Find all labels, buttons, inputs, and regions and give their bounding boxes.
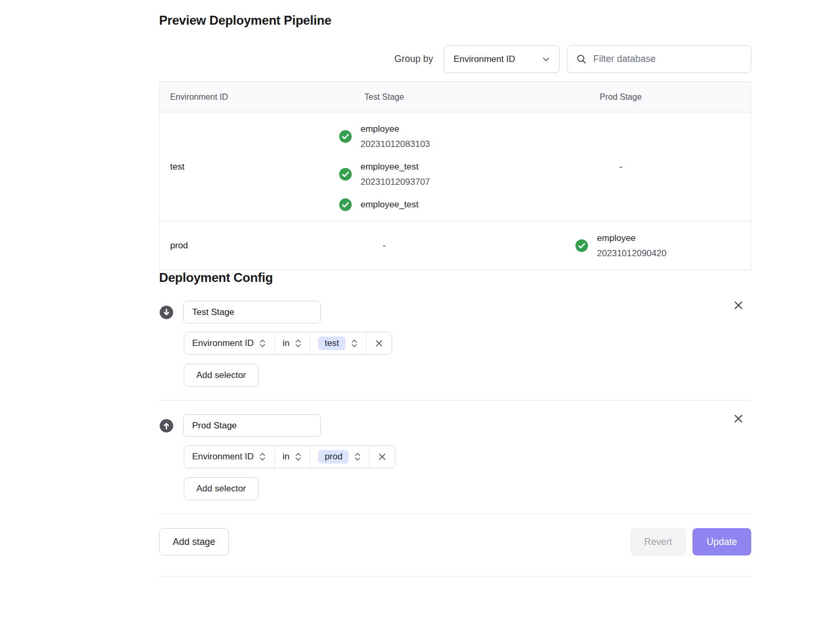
chevrons-up-down-icon (259, 339, 266, 348)
filter-database-field (567, 45, 751, 73)
table-row-test: test employee 20231012083103 employee_te… (160, 112, 751, 222)
task-texts: employee 20231012090420 (597, 230, 666, 261)
bottom-divider (159, 576, 751, 576)
task-database: employee (597, 230, 666, 246)
arrow-up-circle-icon (159, 418, 174, 433)
task-list: employee 20231012090420 (575, 222, 666, 270)
stage-name-input[interactable] (183, 414, 321, 437)
stage-config-test: Environment ID in test Add selector (159, 301, 751, 387)
task-item[interactable]: employee 20231012083103 (339, 121, 430, 152)
pipeline-toolbar: Group by Environment ID (159, 45, 751, 73)
task-version: 20231012090420 (597, 246, 666, 261)
x-icon (733, 300, 744, 311)
task-database: employee_test (361, 159, 430, 174)
group-by-select[interactable]: Environment ID (444, 45, 560, 73)
test-stage-cell: employee 20231012083103 employee_test 20… (278, 112, 490, 221)
search-icon (576, 54, 587, 65)
group-by-label: Group by (394, 54, 433, 65)
x-icon (733, 413, 744, 424)
footer-actions: Add stage Revert Update (159, 528, 751, 555)
task-database: employee (361, 121, 430, 136)
remove-stage-button[interactable] (731, 298, 746, 313)
chevrons-up-down-icon (295, 452, 302, 461)
pipeline-table: Environment ID Test Stage Prod Stage tes… (159, 81, 751, 270)
chevrons-up-down-icon (351, 339, 358, 348)
column-environment-id: Environment ID (160, 82, 278, 112)
selector-field-value: Environment ID (192, 338, 254, 349)
stage-name-input[interactable] (183, 301, 321, 323)
selector-operator-select[interactable]: in (275, 446, 310, 468)
x-icon (374, 339, 384, 348)
revert-button[interactable]: Revert (631, 528, 686, 555)
add-stage-button[interactable]: Add stage (159, 528, 229, 555)
stage-header (159, 301, 751, 323)
arrow-down-circle-icon (159, 305, 174, 320)
selector-value-badge: prod (318, 450, 349, 464)
stage-divider (159, 400, 751, 401)
chevron-down-icon (541, 55, 551, 64)
task-item[interactable]: employee 20231012090420 (575, 230, 666, 261)
selector-operator-select[interactable]: in (275, 332, 310, 354)
pipeline-table-header: Environment ID Test Stage Prod Stage (160, 82, 751, 112)
x-icon (377, 452, 387, 461)
stage-divider (159, 513, 751, 514)
task-database: employee_test (361, 197, 419, 212)
chevrons-up-down-icon (295, 339, 302, 348)
add-selector-button[interactable]: Add selector (184, 364, 259, 387)
check-circle-icon (575, 239, 589, 253)
selector-value-badge: test (318, 337, 345, 350)
selector-field-value: Environment ID (192, 452, 254, 462)
remove-selector-button[interactable] (370, 446, 395, 468)
selector-operator-value: in (282, 452, 289, 462)
environment-cell: prod (160, 222, 278, 270)
selector-values-select[interactable]: test (310, 332, 366, 354)
group-by-value: Environment ID (454, 54, 515, 65)
remove-stage-button[interactable] (731, 411, 746, 426)
selector-operator-value: in (282, 338, 289, 349)
task-item[interactable]: employee_test 20231012093707 (339, 159, 430, 190)
task-list: employee 20231012083103 employee_test 20… (339, 112, 430, 221)
deployment-config-title: Deployment Config (159, 270, 751, 285)
task-texts: employee_test 20231012093707 (361, 159, 430, 190)
empty-stage-dash: - (383, 240, 386, 251)
table-row-prod: prod - employee 20231012090420 (160, 222, 751, 270)
check-circle-icon (339, 198, 352, 212)
stage-config-prod: Environment ID in prod Add selector (159, 414, 751, 500)
check-circle-icon (339, 167, 352, 181)
filter-database-input[interactable] (592, 53, 743, 65)
prod-stage-cell: - (491, 112, 751, 221)
empty-stage-dash: - (619, 162, 622, 172)
column-prod-stage: Prod Stage (491, 82, 751, 112)
test-stage-cell: - (278, 222, 490, 270)
column-test-stage: Test Stage (278, 82, 490, 112)
task-item[interactable]: employee_test (339, 197, 419, 212)
selector-rule: Environment ID in prod (184, 445, 395, 468)
deployment-page: Preview Deployment Pipeline Group by Env… (159, 13, 751, 576)
selector-field-select[interactable]: Environment ID (184, 332, 275, 354)
chevrons-up-down-icon (354, 452, 361, 461)
task-version: 20231012093707 (361, 174, 430, 190)
environment-cell: test (160, 112, 278, 221)
stage-header (159, 414, 751, 437)
page-title: Preview Deployment Pipeline (159, 13, 751, 28)
task-version: 20231012083103 (361, 136, 430, 152)
chevrons-up-down-icon (259, 452, 266, 461)
remove-selector-button[interactable] (366, 332, 392, 354)
add-selector-button[interactable]: Add selector (184, 477, 259, 500)
check-circle-icon (339, 130, 352, 143)
selector-rule: Environment ID in test (184, 332, 392, 355)
task-texts: employee 20231012083103 (361, 121, 430, 152)
selector-values-select[interactable]: prod (310, 446, 370, 468)
update-button[interactable]: Update (692, 528, 751, 555)
prod-stage-cell: employee 20231012090420 (491, 222, 751, 270)
selector-field-select[interactable]: Environment ID (184, 446, 275, 468)
task-texts: employee_test (361, 197, 419, 212)
